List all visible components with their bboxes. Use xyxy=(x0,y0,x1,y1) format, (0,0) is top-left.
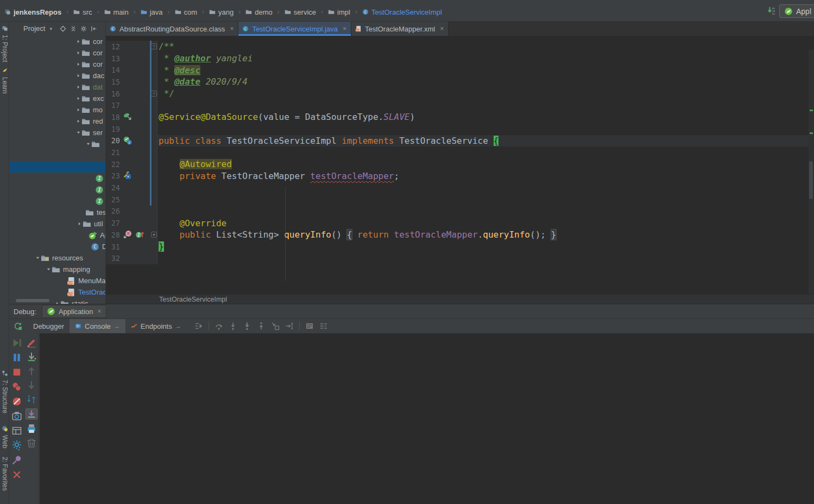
tree-item-der[interactable]: CDer xyxy=(9,241,105,252)
code-line-16[interactable]: 16˄ */ xyxy=(106,88,814,100)
editor-scrollbar-thumb[interactable] xyxy=(809,161,813,199)
hotswap-icon[interactable]: 011001 xyxy=(766,5,777,17)
tree-item-util[interactable]: util xyxy=(9,218,105,229)
breadcrumb-item[interactable]: demo xyxy=(244,8,274,17)
locate-icon[interactable] xyxy=(60,25,66,32)
close-icon[interactable]: × xyxy=(98,308,102,315)
print-icon[interactable] xyxy=(26,424,37,433)
tree-item-cor[interactable]: cor xyxy=(9,47,105,59)
code-line-26[interactable]: 26 xyxy=(106,206,814,218)
fold-collapse-icon[interactable]: ˅ xyxy=(151,43,157,49)
pin-icon[interactable] xyxy=(11,455,22,465)
up-stack-icon[interactable] xyxy=(26,366,37,376)
trash-icon[interactable] xyxy=(26,438,37,448)
gear-icon[interactable] xyxy=(80,25,87,32)
drop-frame-icon[interactable] xyxy=(271,322,280,330)
stripe-button--project[interactable]: 1: Project xyxy=(0,24,9,62)
code-line-12[interactable]: 12˅/** xyxy=(106,41,814,53)
mybatis-statement-icon[interactable]: m xyxy=(123,230,132,239)
run-to-cursor-icon[interactable] xyxy=(285,322,294,330)
code-line-23[interactable]: 23 private TestOracleMapper testOracleMa… xyxy=(106,170,814,182)
chevron-down-icon[interactable] xyxy=(75,130,81,135)
hide-panel-icon[interactable] xyxy=(91,25,97,32)
scroll-to-end-toggle-icon[interactable] xyxy=(26,409,37,419)
code-line-20[interactable]: 20cpublic class TestOracleServiceImpl im… xyxy=(106,135,814,147)
stripe-button-learn[interactable]: Learn xyxy=(0,66,9,94)
tree-item-app[interactable]: App xyxy=(9,229,105,241)
code-line-14[interactable]: 14 * @desc xyxy=(106,64,814,76)
tree-item-dac[interactable]: dac xyxy=(9,70,105,81)
breadcrumb-item[interactable]: main xyxy=(103,8,130,17)
tree-item[interactable]: I xyxy=(9,173,105,184)
chevron-right-icon[interactable] xyxy=(75,62,81,67)
stripe-button-web[interactable]: Web xyxy=(0,424,9,448)
editor-tab-2[interactable]: CTestOracleServiceImpl.java× xyxy=(238,22,351,36)
chevron-down-icon[interactable] xyxy=(85,142,91,146)
error-stripe-mark[interactable] xyxy=(810,132,813,134)
stripe-button--structure[interactable]: 7: Structure xyxy=(0,369,9,413)
chevron-down-icon[interactable]: ▾ xyxy=(49,26,52,31)
chevron-right-icon[interactable] xyxy=(75,107,81,112)
code-line-18[interactable]: 18@Service@DataSource(value = DataSource… xyxy=(106,111,814,123)
view-breakpoints-icon[interactable] xyxy=(11,382,22,392)
tree-item-testoracl[interactable]: </>TestOracl xyxy=(9,286,105,298)
close-icon[interactable]: × xyxy=(343,25,346,33)
tree-item-cor[interactable]: cor xyxy=(9,36,105,47)
debug-tab-debugger[interactable]: Debugger xyxy=(28,319,70,334)
implements-up-icon[interactable]: I xyxy=(135,230,144,239)
step-out-icon[interactable] xyxy=(257,322,266,330)
pause-icon[interactable] xyxy=(11,353,22,362)
step-over-icon[interactable] xyxy=(214,322,223,330)
code-line-28[interactable]: 28mI+ public List<String> queryInfo() { … xyxy=(106,229,814,241)
thread-dump-icon[interactable] xyxy=(11,411,22,421)
settings-gear-icon[interactable] xyxy=(11,441,22,450)
console-output-area[interactable] xyxy=(40,333,814,504)
editor-breadcrumb-item[interactable]: TestOracleServiceImpl xyxy=(159,296,227,303)
breadcrumb-item[interactable]: service xyxy=(283,8,317,17)
step-into-icon[interactable] xyxy=(229,322,237,330)
stop-icon[interactable] xyxy=(11,367,22,377)
editor-tab-1[interactable]: CAbstractRoutingDataSource.class× xyxy=(106,22,238,36)
mute-breakpoints-icon[interactable] xyxy=(11,397,22,406)
code-line-22[interactable]: 22 @Autowired xyxy=(106,158,814,170)
breadcrumb-item[interactable]: java xyxy=(140,8,164,17)
force-step-into-icon[interactable] xyxy=(243,322,251,330)
layout-settings-icon[interactable] xyxy=(319,322,328,330)
tree-item[interactable]: I xyxy=(9,184,105,195)
tree-item-dat[interactable]: dat xyxy=(9,81,105,93)
tree-item-ser[interactable]: ser xyxy=(9,127,105,138)
code-line-32[interactable]: 32 xyxy=(106,252,814,264)
code-line-15[interactable]: 15 * @date 2020/9/4 xyxy=(106,76,814,88)
tree-item-selected[interactable] xyxy=(9,161,105,173)
breadcrumb-item[interactable]: src xyxy=(72,8,93,17)
chevron-right-icon[interactable] xyxy=(75,96,81,101)
spring-bean-icon[interactable] xyxy=(123,112,132,121)
breadcrumb-item[interactable]: impl xyxy=(327,8,351,17)
code-line-27[interactable]: 27 @Override xyxy=(106,217,814,229)
tree-item-mo[interactable]: mo xyxy=(9,104,105,116)
spring-bean-class-icon[interactable]: c xyxy=(123,136,132,145)
console-output-icon[interactable] xyxy=(305,322,314,330)
soft-wrap-icon[interactable] xyxy=(26,394,37,404)
down-stack-icon[interactable] xyxy=(26,380,37,390)
editor-tab-3[interactable]: </>TestOracleMapper.xml× xyxy=(351,22,449,36)
chevron-right-icon[interactable] xyxy=(75,39,81,44)
rerun-icon[interactable] xyxy=(14,322,22,330)
breadcrumb-item[interactable]: CTestOracleServiceImpl xyxy=(361,8,443,17)
tree-item-menumap[interactable]: </>MenuMap xyxy=(9,275,105,286)
chevron-right-icon[interactable] xyxy=(75,50,81,55)
close-icon[interactable] xyxy=(11,470,22,480)
clear-console-icon[interactable] xyxy=(26,338,37,348)
restore-layout-icon[interactable] xyxy=(11,426,22,436)
breadcrumb-item[interactable]: jenkensRepos xyxy=(3,8,62,17)
chevron-right-icon[interactable] xyxy=(75,73,81,78)
code-line-19[interactable]: 19 xyxy=(106,123,814,135)
project-panel-title[interactable]: Project xyxy=(23,24,45,33)
debug-tab-console[interactable]: Console→ xyxy=(70,319,125,334)
debug-session-tab[interactable]: Application × xyxy=(42,305,106,318)
chevron-right-icon[interactable] xyxy=(75,85,81,90)
close-icon[interactable]: × xyxy=(230,25,234,33)
stripe-button--favorites[interactable]: 2: Favorites xyxy=(0,457,9,491)
tree-item-cor[interactable]: cor xyxy=(9,59,105,70)
code-editor[interactable]: 12˅/**13 * @author yanglei14 * @desc15 *… xyxy=(106,36,814,294)
